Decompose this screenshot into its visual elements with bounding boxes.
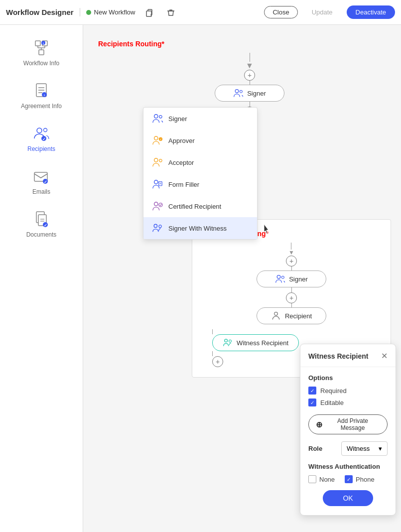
sidebar-item-workflow-info-label: Workflow Info bbox=[23, 60, 59, 67]
svg-point-30 bbox=[235, 90, 239, 93]
sidebar-item-agreement-info[interactable]: i Agreement Info bbox=[0, 73, 83, 116]
auth-none-option[interactable]: None bbox=[308, 475, 335, 483]
dropdown-item-acceptor[interactable]: Acceptor bbox=[143, 151, 257, 173]
role-value: Witness bbox=[347, 445, 370, 452]
trash-icon bbox=[166, 7, 176, 17]
sidebar-item-documents[interactable]: ✓ Documents bbox=[0, 201, 83, 244]
signer-pill-2[interactable]: Signer bbox=[257, 270, 326, 287]
arrow-2 bbox=[250, 81, 250, 85]
svg-point-33 bbox=[159, 116, 162, 119]
dropdown-item-approver[interactable]: ✓ Approver bbox=[143, 130, 257, 151]
status-dot bbox=[86, 10, 91, 15]
witness-panel-title: Witness Recipient bbox=[308, 352, 368, 360]
arrow-r2-1: ▼ bbox=[288, 243, 294, 256]
recipient-pill-2[interactable]: Recipient bbox=[257, 307, 326, 324]
header: Workflow Designer New Workflow Close Upd… bbox=[0, 0, 401, 25]
phone-checkbox[interactable]: ✓ bbox=[345, 475, 353, 483]
add-msg-plus-icon: ⊕ bbox=[316, 420, 322, 429]
add-circle-r2-1[interactable]: + bbox=[286, 256, 297, 266]
routing-title-1: Recipients Routing* bbox=[98, 40, 401, 48]
emails-icon: ✓ bbox=[32, 167, 50, 185]
role-select[interactable]: Witness ▾ bbox=[341, 441, 388, 456]
svg-point-37 bbox=[154, 158, 158, 162]
svg-rect-0 bbox=[146, 11, 151, 16]
svg-point-50 bbox=[225, 339, 228, 342]
check-mark: ✓ bbox=[310, 388, 314, 394]
arrow-r2-5 bbox=[212, 329, 213, 334]
delete-icon-btn[interactable] bbox=[163, 4, 179, 20]
close-button[interactable]: Close bbox=[264, 6, 297, 18]
svg-point-51 bbox=[229, 340, 232, 342]
role-row: Role Witness ▾ bbox=[308, 441, 388, 456]
recipient-icon bbox=[271, 311, 281, 321]
recipient-type-dropdown[interactable]: Signer ✓ Approver bbox=[143, 107, 258, 240]
sidebar-item-recipients[interactable]: ✓ Recipients bbox=[0, 116, 83, 158]
new-workflow-label: New Workflow bbox=[94, 8, 135, 16]
main-layout: i Workflow Info i Agreement Info bbox=[0, 25, 401, 532]
witness-icon bbox=[223, 338, 233, 348]
svg-point-32 bbox=[154, 115, 158, 118]
witness-panel-header: Witness Recipient ✕ bbox=[300, 344, 396, 367]
svg-point-49 bbox=[274, 312, 278, 316]
add-circle-r2-2[interactable]: + bbox=[286, 292, 297, 303]
dropdown-item-certified-recipient[interactable]: Certified Recipient bbox=[143, 195, 257, 217]
copy-icon-btn[interactable] bbox=[141, 4, 157, 20]
required-checkbox-row[interactable]: ✓ Required bbox=[308, 387, 388, 395]
svg-point-46 bbox=[159, 225, 162, 228]
dropdown-item-signer-witness-label: Signer With Witness bbox=[168, 225, 227, 232]
svg-text:✓: ✓ bbox=[159, 138, 162, 141]
svg-point-44 bbox=[159, 203, 162, 207]
ok-button[interactable]: OK bbox=[323, 490, 373, 506]
svg-rect-4 bbox=[39, 50, 44, 55]
dropdown-item-acceptor-label: Acceptor bbox=[168, 159, 194, 166]
editable-checkbox-row[interactable]: ✓ Editable bbox=[308, 399, 388, 406]
signer-pill-1[interactable]: Signer bbox=[215, 85, 284, 102]
witness-panel-close-button[interactable]: ✕ bbox=[381, 351, 388, 361]
documents-icon: ✓ bbox=[32, 210, 50, 228]
role-label: Role bbox=[308, 445, 333, 452]
phone-check-mark: ✓ bbox=[347, 477, 351, 482]
signer-witness-dropdown-icon bbox=[151, 222, 163, 234]
svg-text:✓: ✓ bbox=[42, 137, 46, 141]
add-circle-1[interactable]: + bbox=[244, 70, 255, 81]
required-label: Required bbox=[320, 387, 347, 395]
witness-panel-body: Options ✓ Required ✓ Editable ⊕ Add Priv… bbox=[300, 367, 396, 515]
required-checkbox[interactable]: ✓ bbox=[308, 387, 316, 395]
sidebar-item-recipients-label: Recipients bbox=[27, 145, 55, 152]
sidebar-item-workflow-info[interactable]: i Workflow Info bbox=[0, 30, 83, 73]
app-title: Workflow Designer bbox=[6, 8, 80, 16]
svg-point-38 bbox=[159, 159, 162, 162]
svg-point-39 bbox=[154, 180, 158, 184]
sidebar-item-emails-label: Emails bbox=[32, 188, 50, 195]
deactivate-button[interactable]: Deactivate bbox=[347, 5, 395, 19]
svg-rect-2 bbox=[35, 41, 40, 46]
signer-icon-1 bbox=[233, 88, 243, 98]
sidebar-item-emails[interactable]: ✓ Emails bbox=[0, 158, 83, 201]
dropdown-item-signer-with-witness[interactable]: Signer With Witness bbox=[143, 217, 257, 239]
svg-point-31 bbox=[240, 90, 243, 93]
dropdown-item-form-filler[interactable]: Form Filler bbox=[143, 173, 257, 195]
arrow-r2-6 bbox=[212, 351, 213, 356]
witness-recipient-pill[interactable]: Witness Recipient bbox=[212, 334, 299, 351]
update-button[interactable]: Update bbox=[304, 6, 341, 18]
certified-recipient-dropdown-icon bbox=[151, 200, 163, 212]
add-private-msg-label: Add Private Message bbox=[325, 417, 380, 431]
sidebar-item-documents-label: Documents bbox=[26, 231, 57, 238]
svg-point-43 bbox=[154, 202, 158, 206]
add-circle-r2-3[interactable]: + bbox=[212, 356, 223, 367]
editable-checkbox[interactable]: ✓ bbox=[308, 399, 316, 406]
sidebar: i Workflow Info i Agreement Info bbox=[0, 25, 83, 532]
recipients-icon: ✓ bbox=[32, 125, 50, 142]
arrow-r2-2 bbox=[291, 266, 292, 270]
chevron-down-icon: ▾ bbox=[379, 445, 382, 452]
auth-options-row: None ✓ Phone bbox=[308, 475, 388, 483]
svg-point-18 bbox=[44, 129, 47, 132]
none-checkbox[interactable] bbox=[308, 475, 316, 483]
add-private-message-button[interactable]: ⊕ Add Private Message bbox=[308, 414, 388, 434]
dropdown-item-signer[interactable]: Signer bbox=[143, 108, 257, 130]
dropdown-item-approver-label: Approver bbox=[168, 137, 195, 144]
new-workflow-btn[interactable]: New Workflow bbox=[86, 8, 135, 16]
arrow-3 bbox=[250, 102, 250, 107]
flow-2: ▼ + Signer + bbox=[202, 243, 381, 324]
auth-phone-option[interactable]: ✓ Phone bbox=[345, 475, 375, 483]
